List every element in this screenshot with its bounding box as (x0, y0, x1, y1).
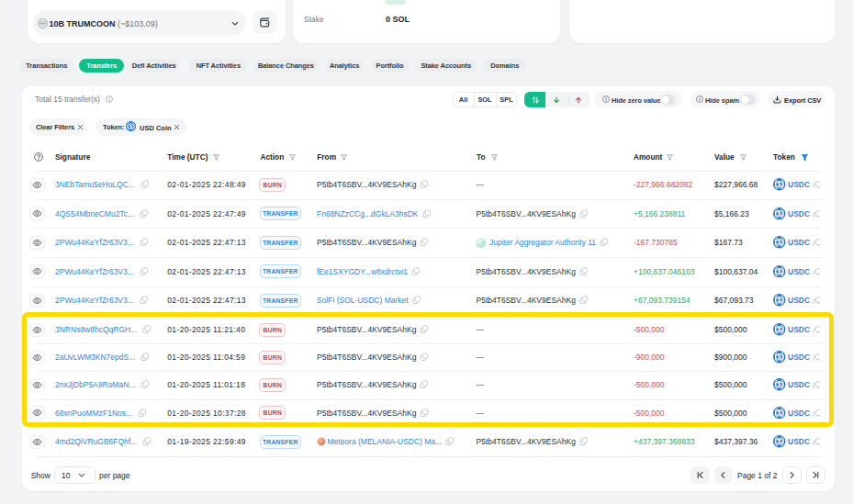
svg-text:$: $ (778, 439, 781, 446)
svg-text:$: $ (778, 210, 781, 218)
svg-text:$: $ (778, 240, 781, 247)
svg-text:$: $ (778, 182, 781, 189)
svg-text:$: $ (778, 268, 781, 275)
svg-text:$: $ (778, 297, 781, 305)
